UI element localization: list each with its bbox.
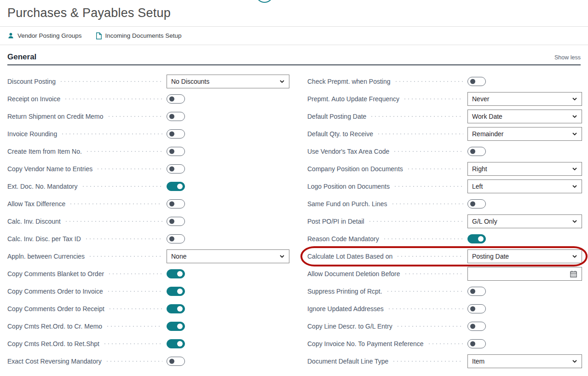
action-label: Incoming Documents Setup [105,32,182,39]
calculate-lot-dates-based-on-select[interactable]: Posting Date [467,249,582,263]
default-posting-date-select[interactable]: Work Date [467,110,582,123]
field-row: Return Shipment on Credit Memo [7,110,289,123]
field-row: Calc. Inv. Discount [7,214,289,228]
field-row: Default Qty. to ReceiveRemainder [307,127,582,141]
discount-posting-select[interactable]: No Discounts [167,75,289,88]
field-row: Invoice Rounding [7,127,289,141]
dotted-leader [383,238,463,240]
page-title: Purchases & Payables Setup [7,5,581,21]
section-title: General [7,52,36,62]
field-row: Prepmt. Auto Update FrequencyNever [307,92,582,106]
toggle-knob [169,167,174,172]
copy-comments-blanket-to-order-toggle[interactable] [167,269,185,278]
copy-comments-order-to-invoice-toggle[interactable] [167,287,185,296]
toggle-knob [169,149,174,154]
field-label: Copy Comments Order to Receipt [7,305,104,312]
vendor-posting-groups-link[interactable]: Vendor Posting Groups [7,32,82,39]
appln-between-currencies-select[interactable]: None [167,249,289,263]
field-label: Default Posting Date [307,113,366,120]
chevron-down-icon [572,184,577,189]
toggle-knob [470,341,475,347]
select-value: Posting Date [472,253,509,260]
ignore-updated-addresses-toggle[interactable] [467,304,486,313]
field-control [467,147,582,156]
field-control: No Discounts [167,75,289,88]
select-value: No Discounts [171,78,209,85]
suppress-printing-of-rcpt-toggle[interactable] [467,287,486,296]
field-label: Logo Position on Documents [307,183,390,190]
allow-tax-difference-toggle[interactable] [167,199,185,208]
field-label: Invoice Rounding [7,130,57,138]
calc-inv-disc-per-tax-id-toggle[interactable] [167,234,185,243]
dotted-leader [64,220,162,222]
show-less-link[interactable]: Show less [554,54,581,62]
field-row: Copy Cmts Ret.Ord. to Ret.Shpt [7,337,289,351]
field-row: Exact Cost Reversing Mandatory [7,354,289,368]
receipt-on-invoice-toggle[interactable] [167,94,185,104]
toggle-knob [478,236,484,242]
check-prepmt-when-posting-toggle[interactable] [467,77,486,86]
same-fund-on-purch-lines-toggle[interactable] [467,199,486,208]
field-control: Remainder [467,127,582,141]
field-control [467,304,582,313]
document-default-line-type-select[interactable]: Item [467,354,582,368]
reason-code-mandatory-toggle[interactable] [467,234,486,243]
purchases-payables-setup-page: Purchases & Payables Setup Vendor Postin… [0,0,588,376]
field-row: Ext. Doc. No. Mandatory [7,179,289,193]
dotted-leader [59,81,162,82]
toggle-knob [470,149,475,154]
chevron-down-icon [572,96,577,102]
invoice-rounding-toggle[interactable] [167,129,185,139]
calc-inv-discount-toggle[interactable] [167,217,185,226]
dotted-leader [393,185,463,187]
copy-cmts-ret-ord-to-cr-memo-toggle[interactable] [167,322,185,331]
exact-cost-reversing-mandatory-toggle[interactable] [167,357,185,366]
post-po-pi-in-detail-select[interactable]: G/L Only [467,214,582,228]
toggle-knob [177,289,183,294]
logo-position-on-documents-select[interactable]: Left [467,179,582,193]
return-shipment-on-credit-memo-toggle[interactable] [167,112,185,121]
field-row: Copy Comments Order to Invoice [7,284,289,298]
copy-cmts-ret-ord-to-ret-shpt-toggle[interactable] [167,339,185,348]
dotted-leader [64,98,162,100]
field-control [467,234,582,243]
actionbar-divider [0,45,588,45]
copy-line-descr-to-g-l-entry-toggle[interactable] [467,322,486,331]
ext-doc-no-mandatory-toggle[interactable] [167,182,185,191]
copy-invoice-no-to-payment-reference-toggle[interactable] [467,339,486,348]
prepmt-auto-update-frequency-select[interactable]: Never [467,92,582,106]
field-label: Ext. Doc. No. Mandatory [7,183,78,190]
default-qty-to-receive-select[interactable]: Remainder [467,127,582,141]
field-control [167,269,289,278]
field-row: Ignore Updated Addresses [307,302,582,316]
field-control [467,267,582,281]
company-position-on-documents-select[interactable]: Right [467,162,582,176]
dotted-leader [393,150,463,152]
field-control [167,112,289,121]
create-item-from-item-no-toggle[interactable] [167,147,185,156]
dotted-leader [69,203,162,205]
field-row: Copy Invoice No. To Payment Reference [307,337,582,351]
field-row: Check Prepmt. when Posting [307,75,582,88]
dotted-leader [86,150,162,152]
copy-comments-order-to-receipt-toggle[interactable] [167,304,185,313]
incoming-documents-setup-link[interactable]: Incoming Documents Setup [96,32,182,40]
field-label: Copy Cmts Ret.Ord. to Ret.Shpt [7,340,99,347]
field-row: Calculate Lot Dates Based onPosting Date [307,249,582,263]
use-vendor-s-tax-area-code-toggle[interactable] [467,147,486,156]
field-label: Allow Document Deletion Before [307,270,400,278]
fields-column-right: Check Prepmt. when PostingPrepmt. Auto U… [307,75,582,372]
field-row: Allow Tax Difference [7,197,289,211]
field-row: Default Posting DateWork Date [307,110,582,123]
toggle-knob [177,341,183,347]
field-control [167,287,289,296]
field-row: Receipt on Invoice [7,92,289,106]
allow-document-deletion-before-date-input[interactable] [467,267,582,281]
dotted-leader [61,133,162,135]
field-control [467,287,582,296]
toggle-knob [470,324,475,329]
copy-vendor-name-to-entries-toggle[interactable] [167,164,185,174]
field-control [167,147,289,156]
page-header: Purchases & Payables Setup [0,0,588,26]
dotted-leader [85,238,162,240]
